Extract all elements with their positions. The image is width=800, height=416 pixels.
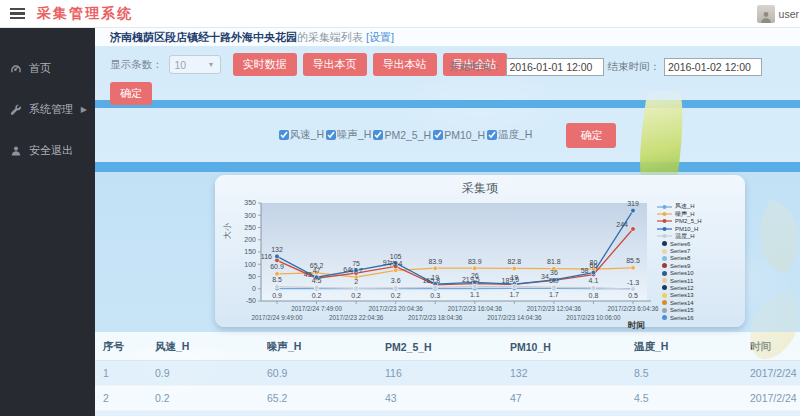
home-icon <box>10 63 22 75</box>
svg-text:-50: -50 <box>246 297 256 304</box>
end-time-input[interactable] <box>664 58 762 76</box>
chevron-down-icon: ▼ <box>208 61 215 68</box>
svg-text:350: 350 <box>244 199 256 206</box>
sidebar-item-1[interactable]: 系统管理▶ <box>0 89 95 130</box>
legend-dot-marker <box>662 308 667 313</box>
svg-text:58: 58 <box>581 267 589 274</box>
svg-text:2017/2/23 12:04:36: 2017/2/23 12:04:36 <box>527 305 582 312</box>
svg-text:75: 75 <box>352 260 360 267</box>
series-checkbox-温度_H[interactable]: 温度_H <box>487 128 532 142</box>
checkbox-label: 噪声_H <box>337 128 371 142</box>
column-header-序号: 序号 <box>95 335 147 361</box>
user-menu[interactable]: user <box>757 0 800 28</box>
svg-text:250: 250 <box>244 224 256 231</box>
table-row[interactable]: 10.960.91161328.52017/2/24 9:49:00 <box>95 361 800 386</box>
legend-item-Series10[interactable]: Series10 <box>657 270 739 277</box>
legend-dot-marker <box>662 300 667 305</box>
export-page-button[interactable]: 导出本页 <box>303 53 367 76</box>
legend-item-Series11[interactable]: Series11 <box>657 277 739 284</box>
checkbox-icon[interactable] <box>373 130 383 140</box>
legend-dot-marker <box>662 293 667 298</box>
legend-item-Series14[interactable]: Series14 <box>657 299 739 306</box>
legend-item-PM10_H[interactable]: PM10_H <box>657 225 739 232</box>
page-size-label: 显示条数： <box>110 58 163 72</box>
svg-text:0.2: 0.2 <box>312 292 322 299</box>
svg-text:时间: 时间 <box>628 320 645 330</box>
sidebar-item-0[interactable]: 首页 <box>0 48 95 89</box>
legend-dot-marker <box>662 256 667 261</box>
legend-item-Series16[interactable]: Series16 <box>657 314 739 321</box>
table-cell: 0.2 <box>147 411 259 416</box>
svg-text:319: 319 <box>627 200 639 207</box>
svg-text:0.9: 0.9 <box>272 292 282 299</box>
svg-text:85.5: 85.5 <box>626 257 640 264</box>
series-checkbox-PM10_H[interactable]: PM10_H <box>433 129 485 141</box>
page-title: 济南槐荫区段店镇经十路外海中央花园的采集端列表 [设置] <box>95 28 800 46</box>
legend-item-Series7[interactable]: Series7 <box>657 247 739 254</box>
table-cell: 43 <box>377 386 502 411</box>
svg-text:8.5: 8.5 <box>272 276 282 283</box>
legend-label: Series14 <box>670 300 694 306</box>
legend-item-温度_H[interactable]: 温度_H <box>657 233 739 240</box>
series-checkbox-风速_H[interactable]: 风速_H <box>279 128 324 142</box>
svg-text:2017/2/23 6:04:36: 2017/2/23 6:04:36 <box>608 305 659 312</box>
svg-text:1.1: 1.1 <box>470 291 480 298</box>
legend-item-Series8[interactable]: Series8 <box>657 255 739 262</box>
legend-item-Series15[interactable]: Series15 <box>657 306 739 313</box>
legend-line-marker <box>657 226 672 232</box>
table-cell: 2017/2/24 7:49:00 <box>742 386 800 411</box>
checkbox-icon[interactable] <box>433 130 443 140</box>
page-size-select[interactable]: 10 ▼ <box>169 55 221 74</box>
filter-confirm-button[interactable]: 确定 <box>566 123 616 148</box>
svg-text:105: 105 <box>390 253 402 260</box>
table-row[interactable]: 30.247.7647522017/2/23 22:04:36 <box>95 411 800 416</box>
table-cell: 2017/2/23 22:04:36 <box>742 411 800 416</box>
legend-label: Series11 <box>670 278 693 284</box>
series-checkbox-PM2_5_H[interactable]: PM2_5_H <box>373 129 431 141</box>
svg-text:66: 66 <box>590 262 598 269</box>
user-name: user <box>779 8 799 20</box>
svg-text:0.2: 0.2 <box>391 292 401 299</box>
legend-item-Series9[interactable]: Series9 <box>657 262 739 269</box>
table-cell: 60.9 <box>259 361 377 386</box>
checkbox-icon[interactable] <box>326 130 336 140</box>
export-site-button[interactable]: 导出本站 <box>373 53 437 76</box>
checkbox-icon[interactable] <box>279 130 289 140</box>
legend-line-marker <box>657 218 672 224</box>
confirm-button[interactable]: 确定 <box>110 82 152 105</box>
tools-icon <box>10 104 22 116</box>
svg-text:16: 16 <box>422 277 430 284</box>
svg-text:21: 21 <box>462 276 470 283</box>
legend-item-PM2_5_H[interactable]: PM2_5_H <box>657 218 739 225</box>
chart-title: 采集项 <box>219 180 741 197</box>
start-time-input[interactable] <box>506 58 604 76</box>
series-checkbox-噪声_H[interactable]: 噪声_H <box>326 128 371 142</box>
checkbox-icon[interactable] <box>487 130 497 140</box>
legend-item-噪声_H[interactable]: 噪声_H <box>657 210 739 217</box>
legend-item-Series12[interactable]: Series12 <box>657 284 739 291</box>
svg-text:91: 91 <box>383 259 391 266</box>
svg-text:2: 2 <box>354 278 358 285</box>
svg-text:18: 18 <box>502 277 510 284</box>
legend-dot-marker <box>662 315 667 320</box>
legend-item-Series13[interactable]: Series13 <box>657 292 739 299</box>
hamburger-icon[interactable] <box>10 8 25 19</box>
legend-label: Series9 <box>670 263 690 269</box>
section-divider <box>95 162 800 172</box>
svg-text:3.6: 3.6 <box>391 277 401 284</box>
svg-text:81.8: 81.8 <box>547 258 561 265</box>
realtime-button[interactable]: 实时数据 <box>233 53 297 76</box>
legend-dot-marker <box>662 285 667 290</box>
legend-item-风速_H[interactable]: 风速_H <box>657 203 739 210</box>
chart-legend: 风速_H噪声_HPM2_5_HPM10_H温度_HSeries6Series7S… <box>657 197 739 329</box>
legend-item-Series6[interactable]: Series6 <box>657 240 739 247</box>
column-header-PM10_H: PM10_H <box>502 335 626 361</box>
svg-text:100: 100 <box>244 261 256 268</box>
table-row[interactable]: 20.265.243474.52017/2/24 7:49:00 <box>95 386 800 411</box>
sidebar-item-2[interactable]: 安全退出 <box>0 130 95 171</box>
settings-link[interactable]: [设置] <box>366 31 394 43</box>
legend-label: Series7 <box>670 248 690 254</box>
sidebar: 首页系统管理▶安全退出 <box>0 28 95 416</box>
legend-dot-marker <box>662 249 667 254</box>
legend-line-marker <box>657 204 672 210</box>
